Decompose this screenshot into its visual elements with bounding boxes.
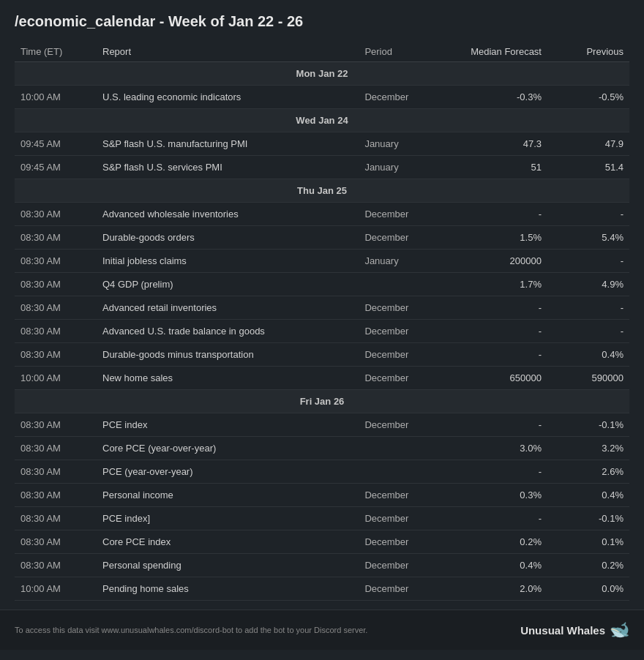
cell-median: 3.0% xyxy=(441,437,547,460)
cell-median: 0.3% xyxy=(441,484,547,507)
cell-time: 08:30 AM xyxy=(15,460,97,484)
page-title: /economic_calendar - Week of Jan 22 - 26 xyxy=(15,13,629,30)
cell-period: January xyxy=(359,156,441,179)
cell-time: 08:30 AM xyxy=(15,437,97,460)
cell-median: 47.3 xyxy=(441,132,547,156)
cell-report: Advanced U.S. trade balance in goods xyxy=(97,320,359,343)
table-row: 08:30 AMPersonal spendingDecember0.4%0.2… xyxy=(15,554,629,577)
cell-report: Pending home sales xyxy=(97,577,359,601)
cell-report: Advanced retail inventories xyxy=(97,296,359,320)
cell-median: - xyxy=(441,320,547,343)
cell-time: 08:30 AM xyxy=(15,273,97,296)
cell-report: Durable-goods orders xyxy=(97,226,359,250)
cell-time: 08:30 AM xyxy=(15,203,97,226)
cell-previous: -0.5% xyxy=(547,86,629,109)
cell-period: December xyxy=(359,484,441,507)
cell-median: 51 xyxy=(441,156,547,179)
col-header-report: Report xyxy=(97,42,359,62)
cell-report: U.S. leading economic indicators xyxy=(97,86,359,109)
economic-calendar-table: Time (ET) Report Period Median Forecast … xyxy=(15,42,629,601)
cell-report: PCE (year-over-year) xyxy=(97,460,359,484)
footer: To access this data visit www.unusualwha… xyxy=(0,610,644,650)
cell-time: 08:30 AM xyxy=(15,320,97,343)
cell-time: 08:30 AM xyxy=(15,296,97,320)
cell-period: December xyxy=(359,296,441,320)
table-row: 09:45 AMS&P flash U.S. manufacturing PMI… xyxy=(15,132,629,156)
col-header-time: Time (ET) xyxy=(15,42,97,62)
cell-time: 08:30 AM xyxy=(15,484,97,507)
cell-period: January xyxy=(359,250,441,273)
cell-report: PCE index xyxy=(97,413,359,437)
cell-previous: 51.4 xyxy=(547,156,629,179)
cell-median: 650000 xyxy=(441,367,547,390)
cell-median: 0.4% xyxy=(441,554,547,577)
cell-time: 08:30 AM xyxy=(15,554,97,577)
cell-period: December xyxy=(359,343,441,367)
cell-period: December xyxy=(359,554,441,577)
brand-unusual: Unusual Whales xyxy=(520,624,605,637)
cell-report: Q4 GDP (prelim) xyxy=(97,273,359,296)
cell-time: 10:00 AM xyxy=(15,86,97,109)
cell-report: Advanced wholesale inventories xyxy=(97,203,359,226)
whale-icon: 🐋 xyxy=(610,620,629,640)
cell-time: 09:45 AM xyxy=(15,156,97,179)
cell-median: 1.5% xyxy=(441,226,547,250)
cell-report: Personal spending xyxy=(97,554,359,577)
cell-previous: 5.4% xyxy=(547,226,629,250)
col-header-period: Period xyxy=(359,42,441,62)
cell-previous: 0.4% xyxy=(547,484,629,507)
cell-median: 1.7% xyxy=(441,273,547,296)
cell-report: Initial jobless claims xyxy=(97,250,359,273)
cell-previous: - xyxy=(547,320,629,343)
page-container: /economic_calendar - Week of Jan 22 - 26… xyxy=(0,0,644,601)
col-header-previous: Previous xyxy=(547,42,629,62)
cell-report: Personal income xyxy=(97,484,359,507)
cell-period xyxy=(359,437,441,460)
cell-period: December xyxy=(359,413,441,437)
cell-previous: 0.4% xyxy=(547,343,629,367)
cell-period xyxy=(359,273,441,296)
table-row: 08:30 AMCore PCE indexDecember0.2%0.1% xyxy=(15,530,629,554)
table-row: 10:00 AMPending home salesDecember2.0%0.… xyxy=(15,577,629,601)
table-row: 08:30 AMPersonal incomeDecember0.3%0.4% xyxy=(15,484,629,507)
table-row: 10:00 AMNew home salesDecember6500005900… xyxy=(15,367,629,390)
col-header-median: Median Forecast xyxy=(441,42,547,62)
cell-period: December xyxy=(359,86,441,109)
cell-report: Core PCE (year-over-year) xyxy=(97,437,359,460)
cell-period: December xyxy=(359,320,441,343)
table-row: 08:30 AMPCE indexDecember--0.1% xyxy=(15,413,629,437)
cell-previous: -0.1% xyxy=(547,413,629,437)
cell-previous: 0.1% xyxy=(547,530,629,554)
cell-previous: 0.0% xyxy=(547,577,629,601)
table-row: 09:45 AMS&P flash U.S. services PMIJanua… xyxy=(15,156,629,179)
cell-time: 09:45 AM xyxy=(15,132,97,156)
cell-median: -0.3% xyxy=(441,86,547,109)
cell-median: - xyxy=(441,343,547,367)
table-row: 08:30 AMDurable-goods ordersDecember1.5%… xyxy=(15,226,629,250)
cell-period xyxy=(359,460,441,484)
cell-report: New home sales xyxy=(97,367,359,390)
cell-time: 08:30 AM xyxy=(15,507,97,530)
cell-median: - xyxy=(441,413,547,437)
table-row: 08:30 AMQ4 GDP (prelim)1.7%4.9% xyxy=(15,273,629,296)
day-header-row: Fri Jan 26 xyxy=(15,390,629,413)
cell-median: - xyxy=(441,460,547,484)
table-row: 08:30 AMAdvanced wholesale inventoriesDe… xyxy=(15,203,629,226)
cell-previous: - xyxy=(547,296,629,320)
cell-previous: 0.2% xyxy=(547,554,629,577)
cell-time: 10:00 AM xyxy=(15,367,97,390)
cell-report: S&P flash U.S. manufacturing PMI xyxy=(97,132,359,156)
cell-median: 0.2% xyxy=(441,530,547,554)
cell-previous: - xyxy=(547,250,629,273)
table-row: 08:30 AMInitial jobless claimsJanuary200… xyxy=(15,250,629,273)
cell-median: - xyxy=(441,203,547,226)
cell-period: December xyxy=(359,203,441,226)
cell-median: - xyxy=(441,507,547,530)
table-row: 08:30 AMPCE (year-over-year)-2.6% xyxy=(15,460,629,484)
cell-previous: 590000 xyxy=(547,367,629,390)
cell-report: PCE index] xyxy=(97,507,359,530)
cell-time: 08:30 AM xyxy=(15,250,97,273)
cell-period: January xyxy=(359,132,441,156)
day-header-row: Thu Jan 25 xyxy=(15,179,629,203)
cell-period: December xyxy=(359,507,441,530)
